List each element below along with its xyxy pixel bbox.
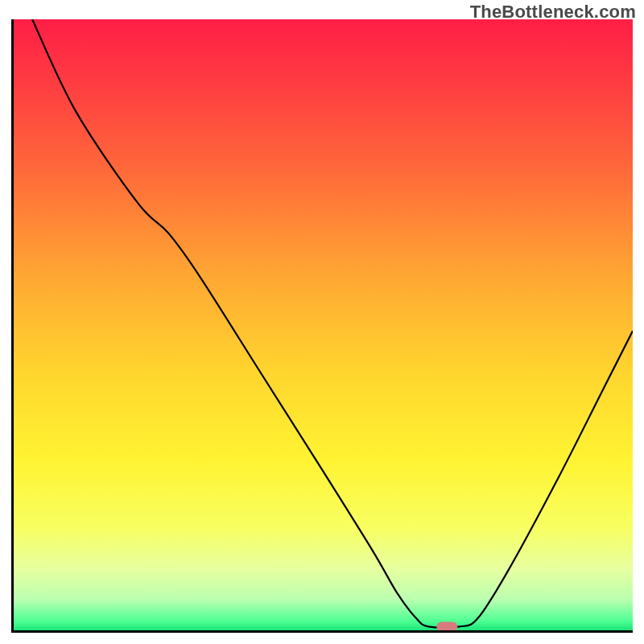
bottleneck-chart: [11, 19, 633, 633]
optimal-marker: [436, 621, 457, 630]
chart-background: [14, 19, 633, 630]
chart-svg: [14, 19, 633, 630]
